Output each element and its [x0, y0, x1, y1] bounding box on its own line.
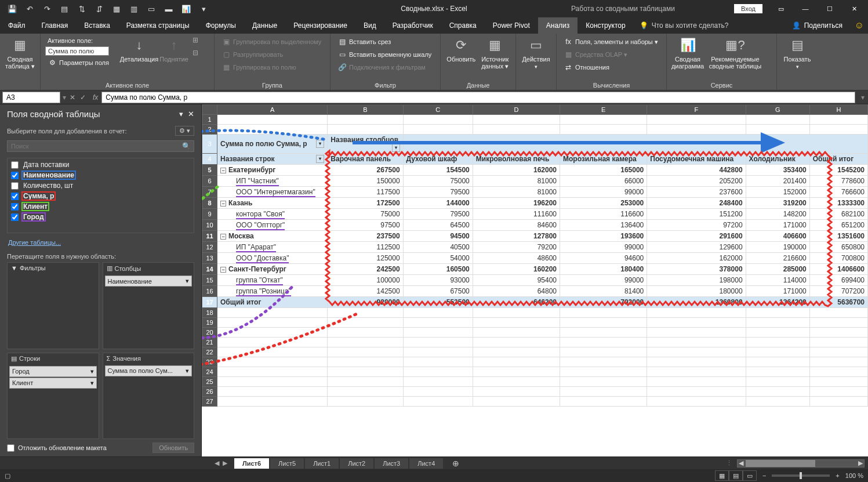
qat-icon[interactable]: ▦ [109, 1, 124, 16]
column-header[interactable]: B [328, 105, 403, 115]
column-header[interactable]: D [473, 105, 560, 115]
tab-data[interactable]: Данные [244, 17, 285, 34]
undo-icon[interactable]: ↶ [22, 1, 37, 16]
tab-insert[interactable]: Вставка [76, 17, 118, 34]
qat-icon[interactable]: ▭ [144, 1, 159, 16]
values-area[interactable]: ΣЗначения Сумма по полю Сум...▾ [103, 353, 195, 440]
pane-menu-icon[interactable]: ▾ [179, 110, 183, 118]
page-layout-icon[interactable]: ▤ [729, 470, 743, 481]
area-chip[interactable]: Сумма по полю Сум...▾ [105, 365, 193, 376]
insert-timeline-button[interactable]: ▭Вставить временную шкалу [335, 49, 434, 60]
maximize-icon[interactable]: ☐ [818, 0, 841, 17]
redo-icon[interactable]: ↷ [39, 1, 55, 16]
sheet-tab[interactable]: Лист5 [270, 458, 304, 469]
area-chip[interactable]: Город▾ [9, 366, 97, 377]
filters-area[interactable]: ▼Фильтры [7, 262, 99, 349]
row-header[interactable]: 26 [202, 387, 217, 397]
page-break-icon[interactable]: ▭ [743, 470, 757, 481]
refresh-button[interactable]: ⟳Обновить [445, 36, 477, 63]
actions-button[interactable]: ▭Действия▾ [521, 36, 551, 70]
ribbon-display-icon[interactable]: ▭ [769, 0, 793, 17]
tab-review[interactable]: Рецензирование [285, 17, 355, 34]
row-header[interactable]: 18 [202, 308, 217, 318]
pivot-chart-button[interactable]: 📊Сводная диаграмма [671, 36, 704, 70]
collapse-icon[interactable]: − [220, 234, 226, 240]
active-field-input[interactable] [45, 46, 109, 56]
drill-down-button[interactable]: ↓Детализация [123, 36, 155, 63]
collapse-icon[interactable]: ⊟ [193, 49, 198, 57]
zoom-out-icon[interactable]: − [762, 472, 766, 479]
qat-icon[interactable]: ▥ [126, 1, 141, 16]
row-header[interactable]: 21 [202, 338, 217, 347]
field-checkbox-Дата поставки[interactable]: Дата поставки [9, 160, 193, 170]
qat-icon[interactable]: ▬ [161, 1, 176, 16]
share-button[interactable]: 👤 Поделиться [784, 17, 851, 34]
column-header[interactable] [202, 105, 217, 115]
insert-slicer-button[interactable]: ▤Вставить срез [335, 36, 434, 48]
tab-developer[interactable]: Разработчик [384, 17, 441, 34]
dropdown-icon[interactable]: ▾ [316, 140, 324, 148]
row-header[interactable]: 1 [202, 115, 217, 125]
drill-up-button[interactable]: ↑Поднятие [158, 36, 190, 63]
sheet-tab[interactable]: Лист2 [340, 458, 373, 469]
zoom-in-icon[interactable]: + [836, 472, 839, 479]
field-list[interactable]: Дата поставкиНаименованиеКоличество, штС… [7, 158, 194, 233]
tab-layout[interactable]: Разметка страницы [118, 17, 198, 34]
collapse-icon[interactable]: − [220, 201, 226, 206]
row-header[interactable]: 19 [202, 318, 217, 328]
row-header[interactable]: 2 [202, 125, 217, 135]
name-box[interactable] [2, 92, 60, 103]
rows-area[interactable]: ▤Строки Город▾Клиент▾ [7, 353, 99, 440]
defer-checkbox[interactable] [7, 444, 14, 452]
search-input[interactable] [7, 140, 194, 152]
sheet-nav-prev-icon[interactable]: ◀ [215, 459, 219, 467]
field-settings-button[interactable]: ⚙Параметры поля [45, 57, 121, 68]
field-search[interactable]: 🔍 [7, 140, 194, 152]
tell-me-search[interactable]: 💡 Что вы хотите сделать? [640, 17, 729, 34]
cancel-icon[interactable]: ✕ [70, 93, 75, 102]
close-icon[interactable]: ✕ [842, 0, 866, 17]
qat-icon[interactable]: ⇵ [92, 1, 107, 16]
collapse-icon[interactable]: − [220, 168, 226, 173]
tab-design[interactable]: Конструктор [578, 17, 633, 34]
expand-formula-icon[interactable]: ▾ [858, 93, 868, 102]
column-header[interactable]: H [809, 105, 867, 115]
sheet-tab[interactable]: Лист6 [234, 458, 269, 469]
qat-icon[interactable]: ▤ [57, 1, 72, 16]
tab-help[interactable]: Справка [441, 17, 485, 34]
confirm-icon[interactable]: ✓ [80, 93, 86, 102]
login-button[interactable]: Вход [734, 4, 762, 13]
chart-icon[interactable]: 📊 [179, 1, 194, 16]
fields-items-button[interactable]: fxПоля, элементы и наборы ▾ [561, 36, 660, 48]
dropdown-icon[interactable]: ▾ [392, 144, 400, 152]
row-header[interactable]: 25 [202, 377, 217, 387]
field-checkbox-Количество, шт[interactable]: Количество, шт [9, 180, 193, 191]
horizontal-scrollbar[interactable]: ◀ ▶ [737, 459, 865, 467]
collapse-icon[interactable]: − [220, 267, 226, 273]
row-header[interactable]: 24 [202, 367, 217, 377]
row-header[interactable]: 23 [202, 357, 217, 367]
field-checkbox-Клиент[interactable]: Клиент [9, 201, 193, 212]
gear-icon[interactable]: ⚙ ▾ [175, 126, 194, 136]
formula-input[interactable] [101, 92, 855, 103]
smiley-icon[interactable]: ☺ [851, 17, 868, 34]
minimize-icon[interactable]: — [794, 0, 817, 17]
tab-analyze[interactable]: Анализ [538, 17, 578, 34]
show-button[interactable]: ▤Показать▾ [782, 36, 813, 70]
sheet-nav-next-icon[interactable]: ▶ [223, 459, 227, 467]
tab-home[interactable]: Главная [34, 17, 77, 34]
tab-powerpivot[interactable]: Power Pivot [485, 17, 538, 34]
area-chip[interactable]: Клиент▾ [9, 378, 97, 389]
qat-more-icon[interactable]: ▾ [196, 1, 211, 16]
dropdown-icon[interactable]: ▾ [316, 155, 324, 163]
other-tables-link[interactable]: Другие таблицы... [0, 237, 201, 248]
column-header[interactable]: E [560, 105, 647, 115]
qat-icon[interactable]: ⇅ [74, 1, 89, 16]
column-header[interactable]: C [403, 105, 473, 115]
grid-scroll[interactable]: ABCDEFGH123Сумма по полю Сумма, р▾Назван… [202, 104, 868, 456]
row-header[interactable]: 22 [202, 347, 217, 357]
sheet-tab[interactable]: Лист1 [305, 458, 339, 469]
tab-formulas[interactable]: Формулы [198, 17, 244, 34]
zoom-slider[interactable] [772, 474, 830, 477]
fx-icon[interactable]: fx [89, 93, 101, 102]
